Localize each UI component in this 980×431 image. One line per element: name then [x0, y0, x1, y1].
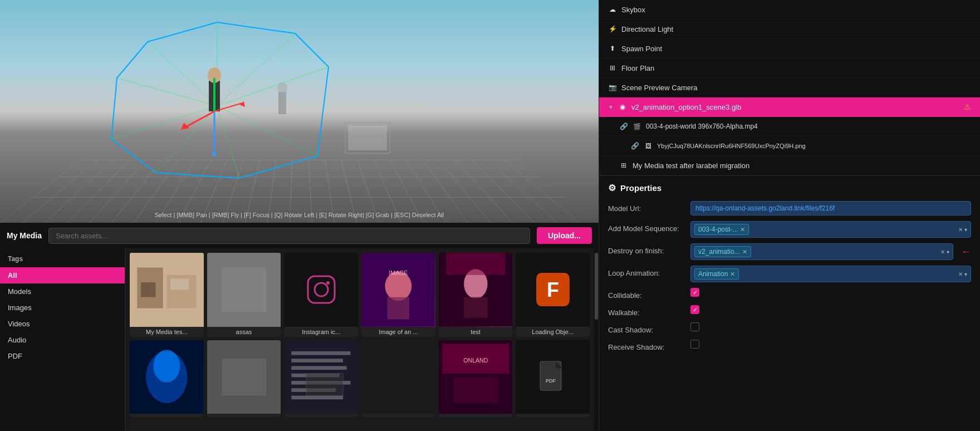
media-header: My Media Upload... [0, 223, 599, 248]
asset-my-media-test[interactable]: My Media tes... [130, 253, 204, 337]
add-model-sequence-tags[interactable]: 003-4-post-... ✕ ✕ ▾ [690, 221, 971, 238]
asset-label [439, 414, 513, 417]
tree-item-spawn-point[interactable]: ⬆ Spawn Point [599, 39, 980, 58]
svg-marker-0 [111, 22, 329, 178]
tree-item-label: Directional Light [621, 25, 673, 33]
svg-rect-50 [292, 366, 347, 370]
asset-thumb [207, 340, 281, 414]
tag-all[interactable]: All [0, 267, 125, 283]
svg-marker-16 [212, 152, 217, 158]
prop-label-model-url: Model Url: [608, 201, 686, 213]
svg-line-4 [217, 67, 329, 106]
asset-thumb [207, 253, 281, 327]
properties-title: ⚙ Properties [608, 183, 971, 193]
walkable-checkbox[interactable] [690, 305, 699, 314]
search-input[interactable] [48, 228, 530, 244]
asset-thumb: PDF [516, 340, 590, 414]
model-sequence-tag-1: 003-4-post-... ✕ [694, 224, 749, 235]
scene-tree: ☁ Skybox ⚡ Directional Light ⬆ Spawn Poi… [599, 0, 980, 175]
asset-thumb [130, 253, 204, 327]
tag-pdf[interactable]: PDF [0, 348, 125, 364]
svg-rect-29 [222, 268, 266, 312]
tree-item-label: YbyjCJuq78UAKnlscnrIRu6HNF569UxcPnyZQi9H… [657, 143, 806, 149]
prop-row-cast-shadow: Cast Shadow: [608, 322, 971, 334]
svg-point-11 [208, 67, 221, 83]
tree-item-v2-animation[interactable]: ▼ ◉ v2_animation_option1_scene3.glb ⚠ [599, 97, 980, 117]
destroy-on-finish-tags[interactable]: v2_animatio... ✕ ✕ ▾ [690, 243, 953, 260]
viewport[interactable]: Select | [MMB] Pan | [RMB] Fly | [F] Foc… [0, 0, 599, 223]
media-body: Tags All Models Images Videos Audio PDF [0, 248, 599, 431]
dropdown-arrow3: ✕ ▾ [958, 271, 967, 277]
asset-gray2[interactable] [207, 340, 281, 418]
tree-item-skybox[interactable]: ☁ Skybox [599, 0, 980, 19]
asset-pdf[interactable]: PDF [516, 340, 590, 418]
tag-images[interactable]: Images [0, 300, 125, 316]
tree-item-label: 003-4-post-world 396x760-Alpha.mp4 [646, 123, 758, 130]
camera-icon: 📷 [608, 83, 617, 92]
svg-rect-12 [213, 78, 215, 111]
svg-rect-30 [308, 276, 335, 303]
asset-test[interactable]: test [439, 253, 513, 337]
asset-blue-head[interactable] [130, 340, 204, 418]
asset-thumb [361, 340, 435, 414]
tree-item-my-media-test[interactable]: ⊞ My Media test after larabel migration [599, 156, 980, 175]
prop-label-loop-animation: Loop Animation: [608, 266, 686, 277]
prop-row-receive-shadow: Receive Shadow: [608, 340, 971, 351]
asset-instagram[interactable]: Instagram ic... [284, 253, 358, 337]
asset-label [130, 414, 204, 417]
svg-rect-27 [170, 278, 189, 290]
upload-button[interactable]: Upload... [537, 227, 592, 244]
tree-item-directional-light[interactable]: ⚡ Directional Light [599, 19, 980, 39]
asset-label [361, 414, 435, 417]
asset-dark2[interactable] [361, 340, 435, 418]
image-icon: 🖼 [644, 141, 653, 150]
tree-item-label: My Media test after larabel migration [633, 161, 749, 170]
asset-assas[interactable]: assas [207, 253, 281, 337]
svg-rect-26 [141, 282, 156, 297]
cast-shadow-checkbox[interactable] [690, 322, 699, 331]
svg-point-44 [153, 350, 180, 382]
tree-item-label: Spawn Point [621, 45, 662, 53]
asset-text-img[interactable] [284, 340, 358, 418]
prop-row-destroy-on-finish: Destroy on finish: v2_animatio... ✕ ✕ ▾ … [608, 243, 971, 260]
scroll-track[interactable] [594, 248, 599, 431]
tree-item-png[interactable]: 🔗 🖼 YbyjCJuq78UAKnlscnrIRu6HNF569UxcPnyZ… [599, 136, 980, 156]
svg-marker-18 [239, 101, 245, 107]
right-panel: ☁ Skybox ⚡ Directional Light ⬆ Spawn Poi… [599, 0, 980, 431]
asset-loading-object[interactable]: F Loading Obje... [516, 253, 590, 337]
animation-icon: ◉ [618, 102, 627, 111]
prop-value-destroy-on-finish: v2_animatio... ✕ ✕ ▾ ← [690, 243, 971, 260]
asset-image-of-an[interactable]: IMAGE Image of an ... [361, 253, 435, 337]
prop-label-collidable: Collidable: [608, 288, 686, 300]
svg-rect-49 [292, 359, 344, 363]
prop-row-collidable: Collidable: [608, 288, 971, 300]
asset-grid-container[interactable]: My Media tes... assas [125, 248, 594, 431]
prop-label-walkable: Walkable: [608, 305, 686, 317]
link-icon: 🔗 [619, 122, 628, 131]
receive-shadow-checkbox[interactable] [690, 340, 699, 349]
tag-videos[interactable]: Videos [0, 316, 125, 332]
tree-item-scene-preview-camera[interactable]: 📷 Scene Preview Camera [599, 78, 980, 97]
loop-animation-tags[interactable]: Animation ✕ ✕ ▾ [690, 266, 971, 282]
tag-audio[interactable]: Audio [0, 332, 125, 348]
scroll-thumb [595, 253, 598, 320]
prop-row-loop-animation: Loop Animation: Animation ✕ ✕ ▾ [608, 266, 971, 282]
svg-rect-22 [348, 125, 387, 150]
svg-rect-46 [222, 359, 266, 395]
asset-test2[interactable]: ONLAND [439, 340, 513, 418]
tags-label: Tags [0, 253, 125, 267]
asset-thumb [284, 340, 358, 414]
tree-item-floor-plan[interactable]: ⊞ Floor Plan [599, 58, 980, 78]
spawn-icon: ⬆ [608, 44, 617, 53]
remove-loop-tag[interactable]: ✕ [730, 271, 735, 278]
asset-label: assas [207, 327, 281, 337]
model-url-input[interactable]: https://qa-onland-assets.go2land.link/fi… [690, 201, 971, 215]
destroy-tag-1: v2_animatio... ✕ [694, 246, 751, 257]
tree-item-mp4[interactable]: 🔗 🎬 003-4-post-world 396x760-Alpha.mp4 [599, 117, 980, 136]
remove-tag-1[interactable]: ✕ [740, 226, 745, 233]
dropdown-arrow: ✕ ▾ [958, 227, 967, 233]
prop-value-loop-animation: Animation ✕ ✕ ▾ [690, 266, 971, 282]
remove-destroy-tag[interactable]: ✕ [742, 248, 747, 256]
collidable-checkbox[interactable] [690, 288, 699, 297]
tag-models[interactable]: Models [0, 283, 125, 300]
